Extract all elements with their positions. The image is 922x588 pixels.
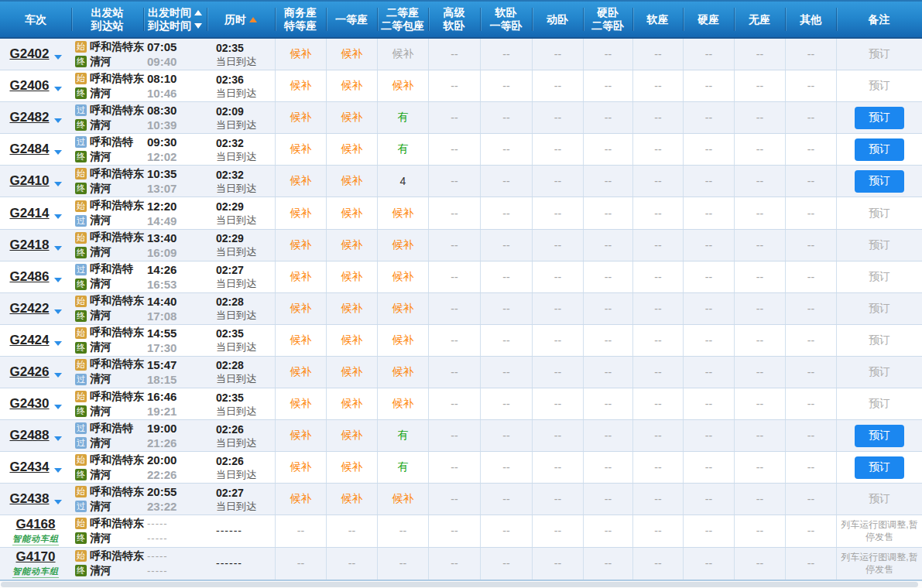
seat-waitlist[interactable]: 候补 <box>326 197 377 228</box>
sort-down-icon[interactable] <box>194 23 202 29</box>
train-link[interactable]: G4168 <box>15 517 55 532</box>
train-link[interactable]: G2486 <box>9 269 49 285</box>
seat-waitlist[interactable]: 候补 <box>275 357 326 388</box>
seat-none: -- <box>632 388 683 419</box>
header-col-stations: 出发站到达站 <box>71 2 143 37</box>
seat-waitlist[interactable]: 候补 <box>326 484 377 514</box>
seat-waitlist[interactable]: 候补 <box>275 39 326 70</box>
seat-none: -- <box>683 70 734 101</box>
seat-waitlist[interactable]: 候补 <box>326 230 377 261</box>
seat-waitlist[interactable]: 候补 <box>275 166 326 197</box>
seat-waitlist[interactable]: 候补 <box>326 134 377 165</box>
seat-waitlist[interactable]: 候补 <box>377 484 428 514</box>
book-button[interactable]: 预订 <box>855 456 904 479</box>
seat-waitlist[interactable]: 候补 <box>275 293 326 324</box>
seat-waitlist[interactable]: 候补 <box>377 262 428 292</box>
seat-waitlist[interactable]: 候补 <box>377 293 428 324</box>
station-name: 清河 <box>90 500 111 514</box>
seat-waitlist[interactable]: 候补 <box>377 388 428 419</box>
header-label-text: 二等包座 <box>381 19 424 32</box>
seat-none-label: -- <box>654 207 661 220</box>
expand-arrow-icon[interactable] <box>54 182 62 186</box>
expand-arrow-icon[interactable] <box>54 118 62 123</box>
header-col-times[interactable]: 出发时间到达时间 <box>143 2 207 37</box>
seat-waitlist[interactable]: 候补 <box>326 357 377 388</box>
seat-waitlist[interactable]: 候补 <box>275 134 326 165</box>
scrollbar-thumb[interactable] <box>1 582 918 587</box>
train-link[interactable]: G2424 <box>9 333 49 348</box>
seat-waitlist[interactable]: 候补 <box>326 39 377 70</box>
seat-waitlist[interactable]: 候补 <box>275 70 326 101</box>
seat-waitlist[interactable]: 候补 <box>326 420 377 451</box>
expand-arrow-icon[interactable] <box>54 341 62 346</box>
seat-waitlist[interactable]: 候补 <box>326 325 377 356</box>
seat-waitlist[interactable]: 候补 <box>326 388 377 419</box>
header-label-text: 动卧 <box>547 13 568 26</box>
sort-up-icon[interactable] <box>194 10 202 15</box>
train-link[interactable]: G2422 <box>9 301 49 316</box>
seat-none: -- <box>480 70 532 101</box>
train-link[interactable]: G2402 <box>9 46 49 62</box>
seat-waitlist[interactable]: 候补 <box>275 452 326 483</box>
train-link[interactable]: G4170 <box>15 549 55 565</box>
train-link[interactable]: G2410 <box>9 173 49 189</box>
expand-arrow-icon[interactable] <box>54 373 62 378</box>
seat-waitlist[interactable]: 候补 <box>326 166 377 197</box>
expand-arrow-icon[interactable] <box>54 405 62 409</box>
expand-arrow-icon[interactable] <box>54 150 62 155</box>
train-link[interactable]: G2484 <box>9 142 49 157</box>
train-link[interactable]: G2406 <box>9 78 49 94</box>
seat-none-label: -- <box>705 461 712 473</box>
book-button[interactable]: 预订 <box>855 425 904 447</box>
to-station: 终清河 <box>75 277 111 292</box>
expand-arrow-icon[interactable] <box>54 468 62 473</box>
seat-waitlist[interactable]: 候补 <box>275 484 326 514</box>
station-badge-end-icon: 终 <box>75 151 87 162</box>
seat-waitlist[interactable]: 候补 <box>326 70 377 101</box>
train-link[interactable]: G2426 <box>9 364 49 380</box>
seat-waitlist[interactable]: 候补 <box>275 420 326 451</box>
expand-arrow-icon[interactable] <box>54 436 62 441</box>
seat-waitlist[interactable]: 候补 <box>377 325 428 356</box>
seat-waitlist[interactable]: 候补 <box>377 230 428 261</box>
book-button[interactable]: 预订 <box>855 170 904 193</box>
sort-up-icon[interactable] <box>249 17 257 22</box>
expand-arrow-icon[interactable] <box>54 500 62 504</box>
expand-arrow-icon[interactable] <box>54 214 62 219</box>
seat-none: -- <box>683 39 734 70</box>
seat-none: -- <box>532 197 583 228</box>
train-link[interactable]: G2414 <box>9 206 49 221</box>
seat-waitlist[interactable]: 候补 <box>326 262 377 292</box>
expand-arrow-icon[interactable] <box>54 246 62 251</box>
book-button[interactable]: 预订 <box>855 107 904 129</box>
seat-waitlist[interactable]: 候补 <box>377 70 428 101</box>
header-col-duration[interactable]: 历时 <box>207 2 275 37</box>
seat-waitlist[interactable]: 候补 <box>275 197 326 228</box>
seat-waitlist[interactable]: 候补 <box>275 325 326 356</box>
train-cell: G4170智能动车组 <box>0 548 71 579</box>
seat-waitlist[interactable]: 候补 <box>326 452 377 483</box>
train-cell: G2484 <box>0 134 71 165</box>
seat-waitlist[interactable]: 候补 <box>275 230 326 261</box>
train-link[interactable]: G2438 <box>9 491 49 507</box>
expand-arrow-icon[interactable] <box>54 278 62 282</box>
train-link[interactable]: G2430 <box>9 396 49 412</box>
seat-waitlist[interactable]: 候补 <box>275 262 326 292</box>
train-link[interactable]: G2418 <box>9 238 49 253</box>
train-link[interactable]: G2488 <box>9 428 49 443</box>
train-link[interactable]: G2482 <box>9 110 49 125</box>
station-badge-pass-icon: 过 <box>75 501 87 512</box>
seat-waitlist[interactable]: 候补 <box>326 102 377 133</box>
seat-waitlist[interactable]: 候补 <box>377 197 428 228</box>
seat-waitlist[interactable]: 候补 <box>377 357 428 388</box>
expand-arrow-icon[interactable] <box>54 309 62 314</box>
expand-arrow-icon[interactable] <box>54 87 62 91</box>
book-button[interactable]: 预订 <box>855 138 904 161</box>
seat-waitlist[interactable]: 候补 <box>275 388 326 419</box>
seat-waitlist[interactable]: 候补 <box>326 293 377 324</box>
train-link[interactable]: G2434 <box>9 460 49 475</box>
seat-none-label: -- <box>502 48 509 60</box>
seat-waitlist[interactable]: 候补 <box>275 102 326 133</box>
depart-time: 19:00 <box>147 421 177 436</box>
expand-arrow-icon[interactable] <box>54 55 62 60</box>
